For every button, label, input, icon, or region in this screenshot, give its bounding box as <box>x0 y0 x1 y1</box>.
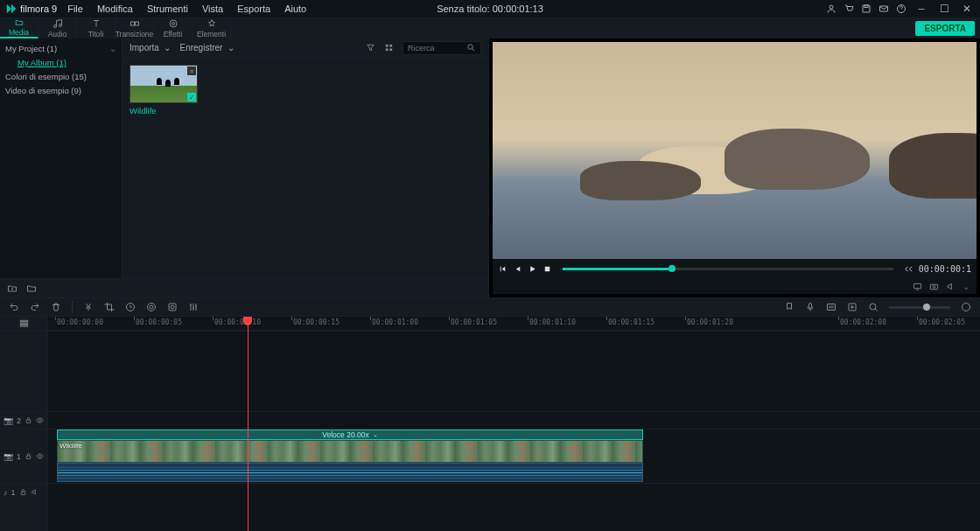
svg-rect-16 <box>545 266 550 271</box>
color-icon[interactable] <box>146 302 157 312</box>
thumb-info-icon: ≡ <box>187 66 196 75</box>
mixer-icon[interactable] <box>826 302 836 312</box>
svg-rect-2 <box>864 5 868 8</box>
app-logo: filmora 9 <box>5 3 57 15</box>
svg-rect-18 <box>930 284 937 290</box>
close-button[interactable]: ✕ <box>959 3 975 15</box>
folder-album[interactable]: My Album (1) <box>5 56 116 70</box>
minimize-button[interactable]: – <box>914 3 929 15</box>
menu-file[interactable]: File <box>67 3 83 14</box>
mail-icon[interactable] <box>878 3 889 14</box>
tab-effects[interactable]: Effetti <box>154 18 192 38</box>
lock-icon[interactable] <box>19 488 27 496</box>
preview-progress[interactable] <box>563 268 893 270</box>
track-manage-icon[interactable] <box>19 318 29 328</box>
zoom-slider[interactable] <box>889 306 950 309</box>
import-dropdown[interactable]: Importa ⌄ <box>130 43 171 52</box>
split-icon[interactable] <box>83 302 94 312</box>
track-a1[interactable] <box>48 483 980 500</box>
search-input[interactable]: Ricerca <box>402 41 481 55</box>
logo-icon <box>5 3 18 15</box>
lock-icon[interactable] <box>24 416 32 424</box>
tab-media[interactable]: Media <box>0 18 38 38</box>
preview-panel: 00:00:00:1 ⌄ <box>489 38 980 297</box>
svg-rect-12 <box>389 45 392 47</box>
tab-elements[interactable]: Elementi <box>192 18 231 38</box>
redo-icon[interactable] <box>30 302 40 312</box>
render-icon[interactable] <box>847 302 858 312</box>
crop-icon[interactable] <box>104 302 115 312</box>
display-icon[interactable] <box>913 282 922 291</box>
track-head-a1[interactable]: ♪1 <box>0 483 47 500</box>
volume-icon[interactable] <box>946 282 956 291</box>
track-empty[interactable] <box>48 331 980 411</box>
track-head-v1[interactable]: 📷1 <box>0 429 47 483</box>
export-button[interactable]: ESPORTA <box>915 21 975 36</box>
svg-point-15 <box>468 45 473 50</box>
lock-icon[interactable] <box>24 452 32 460</box>
new-folder-icon[interactable] <box>7 283 18 294</box>
svg-rect-7 <box>130 22 134 25</box>
delete-icon[interactable] <box>51 302 61 312</box>
svg-point-24 <box>171 305 174 309</box>
eye-icon[interactable] <box>36 452 44 460</box>
svg-rect-32 <box>20 325 27 326</box>
prev-frame-icon[interactable] <box>498 264 508 274</box>
help-icon[interactable] <box>896 3 906 14</box>
filter-icon[interactable] <box>366 43 375 52</box>
folder-open-icon[interactable] <box>26 283 37 294</box>
eye-icon[interactable] <box>36 416 44 424</box>
zoom-fit-icon[interactable] <box>868 302 878 312</box>
zoom-in-icon[interactable] <box>961 302 971 312</box>
svg-point-19 <box>933 285 935 288</box>
media-thumb-wildlife[interactable]: ≡ ✓ Wildlife <box>130 65 198 271</box>
svg-point-6 <box>59 24 61 27</box>
menu-view[interactable]: Vista <box>202 3 223 14</box>
timeline-ruler[interactable]: 00:00:00:00 00:00:00:05 00:00:00:10 00:0… <box>48 317 980 331</box>
svg-rect-31 <box>20 323 27 324</box>
user-icon[interactable] <box>826 3 836 14</box>
stop-icon[interactable] <box>542 264 552 274</box>
folder-icon <box>14 18 24 27</box>
svg-rect-14 <box>389 48 392 51</box>
maximize-button[interactable]: ☐ <box>936 3 952 15</box>
search-icon <box>466 43 476 52</box>
track-head-v2[interactable]: 📷2 <box>0 411 47 429</box>
svg-point-22 <box>150 305 153 309</box>
tab-audio[interactable]: Audio <box>38 18 77 38</box>
adjust-icon[interactable] <box>188 302 199 312</box>
snapshot-icon[interactable] <box>929 282 939 291</box>
folder-videos[interactable]: Video di esempio (9) <box>5 84 116 98</box>
document-title: Senza titolo: 00:00:01:13 <box>437 3 543 14</box>
menu-edit[interactable]: Modifica <box>97 3 133 14</box>
clip-wildlife[interactable]: Veloce 20.00x ⌄ Wildlife <box>57 430 643 483</box>
svg-rect-11 <box>386 45 388 47</box>
menu-export[interactable]: Esporta <box>237 3 270 14</box>
mark-in-icon[interactable] <box>904 264 914 274</box>
speed-icon[interactable] <box>125 302 136 312</box>
mute-icon[interactable] <box>31 488 38 496</box>
tab-titles[interactable]: Titoli <box>77 18 116 38</box>
playhead[interactable] <box>248 317 248 531</box>
folder-colors[interactable]: Colori di esempio (15) <box>5 70 116 84</box>
record-dropdown[interactable]: Enregistrer ⌄ <box>179 43 234 52</box>
svg-rect-25 <box>809 304 812 309</box>
preview-viewport[interactable] <box>493 42 976 259</box>
tab-transition[interactable]: Transizione <box>116 18 154 38</box>
menu-tools[interactable]: Strumenti <box>147 3 188 14</box>
track-v2[interactable] <box>48 411 980 429</box>
save-icon[interactable] <box>861 3 872 14</box>
cart-icon[interactable] <box>844 3 854 14</box>
marker-icon[interactable] <box>784 302 794 312</box>
svg-rect-8 <box>135 22 138 25</box>
menu-help[interactable]: Aiuto <box>284 3 306 14</box>
grid-view-icon[interactable] <box>384 43 394 52</box>
play-icon[interactable] <box>528 264 537 274</box>
play-back-icon[interactable] <box>513 264 522 274</box>
track-v1[interactable]: Veloce 20.00x ⌄ Wildlife <box>48 429 980 483</box>
record-vo-icon[interactable] <box>805 302 816 312</box>
undo-icon[interactable] <box>9 302 19 312</box>
greenscreen-icon[interactable] <box>167 302 178 312</box>
svg-rect-1 <box>863 5 870 12</box>
folder-project[interactable]: My Project (1)⌄ <box>5 42 116 56</box>
